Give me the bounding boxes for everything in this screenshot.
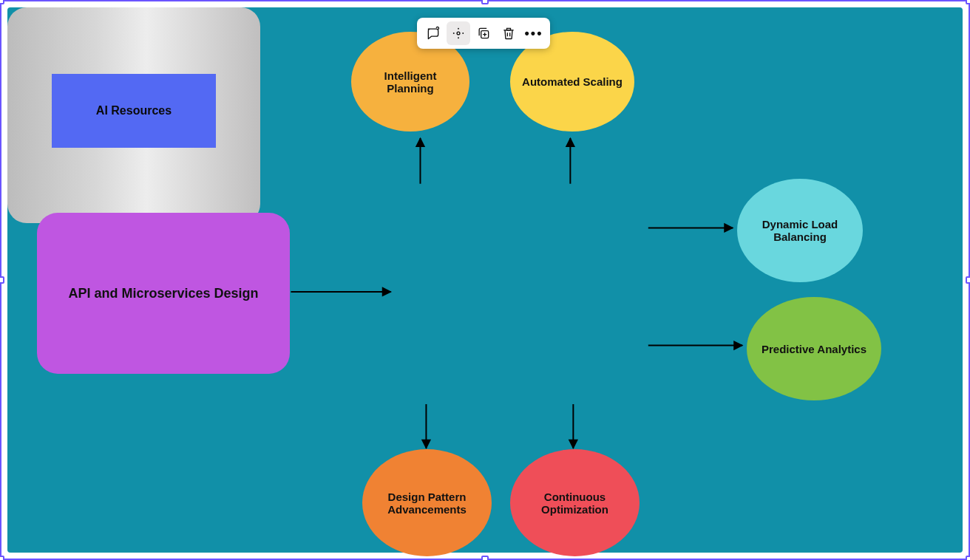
resize-handle-top-left[interactable]: [0, 0, 4, 4]
duplicate-icon: [476, 26, 491, 41]
selection-frame[interactable]: API and Microservices Design Transformat…: [0, 0, 970, 560]
svg-point-9: [462, 33, 464, 34]
resize-handle-top-right[interactable]: [966, 0, 970, 4]
output-label: Intelligent Planning: [363, 69, 458, 95]
svg-point-7: [457, 32, 460, 35]
resize-handle-bottom-left[interactable]: [0, 556, 4, 560]
resize-handle-mid-right[interactable]: [966, 276, 970, 284]
transformation-inner-label: AI Resources: [96, 104, 172, 117]
delete-icon: [501, 26, 516, 41]
ai-sparkle-icon: [451, 26, 466, 41]
resize-handle-mid-bottom[interactable]: [481, 556, 489, 560]
magic-button[interactable]: [447, 21, 470, 45]
input-node-label: API and Microservices Design: [68, 286, 258, 301]
context-toolbar: •••: [417, 18, 550, 49]
delete-button[interactable]: [497, 21, 520, 45]
output-label: Continuous Optimization: [522, 491, 628, 516]
resize-handle-mid-top[interactable]: [481, 0, 489, 4]
duplicate-button[interactable]: [472, 21, 495, 45]
output-label: Design Pattern Advancements: [374, 491, 480, 516]
resize-handle-mid-left[interactable]: [0, 276, 4, 284]
output-node-design-pattern-advancements[interactable]: Design Pattern Advancements: [362, 449, 492, 556]
transformation-node[interactable]: Transformation AI Resources: [7, 7, 260, 223]
resize-handle-bottom-right[interactable]: [966, 556, 970, 560]
input-node-api-microservices[interactable]: API and Microservices Design: [37, 213, 290, 374]
output-node-continuous-optimization[interactable]: Continuous Optimization: [510, 449, 640, 556]
svg-point-10: [458, 28, 459, 30]
more-button[interactable]: •••: [522, 21, 546, 45]
more-icon: •••: [525, 27, 543, 40]
comment-icon: [426, 26, 441, 41]
diagram-canvas[interactable]: API and Microservices Design Transformat…: [7, 7, 963, 553]
output-label: Dynamic Load Balancing: [749, 218, 851, 243]
output-label: Automated Scaling: [522, 75, 623, 88]
output-node-predictive-analytics[interactable]: Predictive Analytics: [747, 297, 881, 400]
output-label: Predictive Analytics: [762, 343, 866, 355]
output-node-dynamic-load-balancing[interactable]: Dynamic Load Balancing: [737, 179, 863, 282]
comment-button[interactable]: [421, 21, 445, 45]
svg-point-8: [453, 33, 455, 34]
transformation-inner-node[interactable]: AI Resources: [52, 74, 216, 148]
svg-point-11: [458, 37, 459, 38]
